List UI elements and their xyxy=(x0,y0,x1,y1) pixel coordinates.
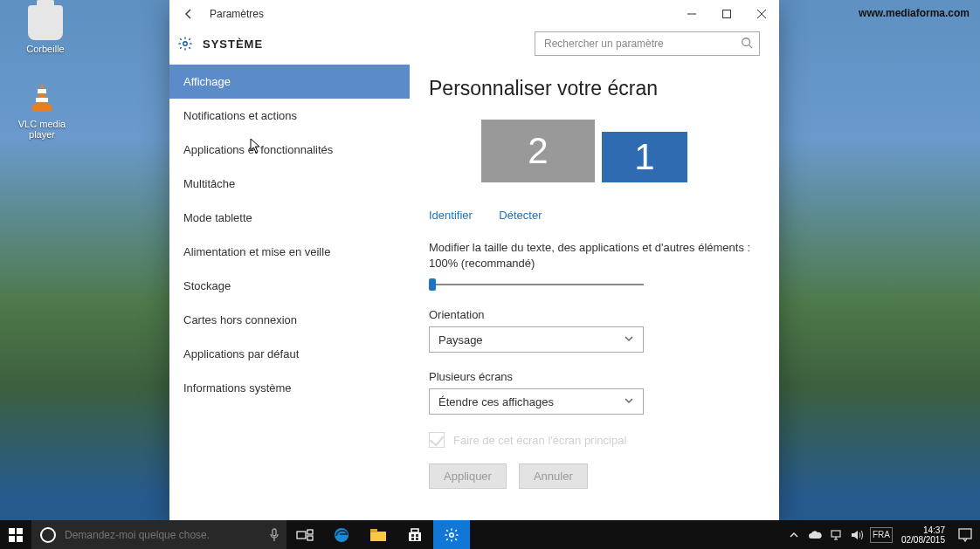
detect-link[interactable]: Détecter xyxy=(499,209,542,222)
taskbar: FRA 14:37 02/08/2015 xyxy=(0,520,980,549)
scale-label: Modifier la taille du texte, des applica… xyxy=(429,240,760,271)
orientation-select[interactable]: Paysage xyxy=(429,326,644,353)
taskbar-clock[interactable]: 14:37 02/08/2015 xyxy=(898,525,949,545)
monitor-1[interactable]: 1 xyxy=(602,132,687,182)
svg-rect-17 xyxy=(307,530,313,534)
store-button[interactable] xyxy=(397,520,433,549)
svg-rect-24 xyxy=(411,534,414,537)
svg-rect-2 xyxy=(38,89,46,93)
side-nav: AffichageNotifications et actionsApplica… xyxy=(169,61,410,520)
desktop-icon-recycle[interactable]: Corbeille xyxy=(16,5,75,54)
chevron-down-icon xyxy=(624,395,634,408)
search-wrap xyxy=(535,31,760,56)
cortana-search[interactable] xyxy=(31,520,286,549)
tray-onedrive-icon[interactable] xyxy=(807,527,823,543)
orientation-value: Paysage xyxy=(438,333,483,347)
tray-volume-icon[interactable] xyxy=(849,527,865,543)
vlc-icon xyxy=(24,80,59,115)
slider-thumb[interactable] xyxy=(429,278,436,291)
svg-point-9 xyxy=(742,38,750,46)
svg-rect-23 xyxy=(411,529,418,532)
checkbox xyxy=(429,432,445,448)
nav-item-informations-syst-me[interactable]: Informations système xyxy=(169,371,410,405)
cortana-icon xyxy=(40,527,56,543)
svg-point-28 xyxy=(450,532,454,537)
header-title: SYSTÈME xyxy=(203,38,263,51)
nav-item-multit-che[interactable]: Multitâche xyxy=(169,167,410,201)
edge-button[interactable] xyxy=(323,520,360,549)
cortana-input[interactable] xyxy=(65,529,262,541)
svg-rect-1 xyxy=(32,105,52,112)
close-button[interactable] xyxy=(744,0,779,28)
multi-label: Plusieurs écrans xyxy=(429,370,760,383)
nav-item-cartes-hors-connexion[interactable]: Cartes hors connexion xyxy=(169,303,410,337)
page-heading: Personnaliser votre écran xyxy=(429,77,760,100)
monitor-2[interactable]: 2 xyxy=(481,120,595,182)
tray-language-icon[interactable]: FRA xyxy=(870,527,893,543)
svg-rect-12 xyxy=(17,528,23,534)
svg-rect-32 xyxy=(959,529,971,539)
search-input[interactable] xyxy=(535,31,760,56)
svg-marker-0 xyxy=(36,82,48,106)
desktop-icon-label: VLC media player xyxy=(12,119,72,140)
identify-link[interactable]: Identifier xyxy=(429,209,473,222)
task-view-button[interactable] xyxy=(286,520,323,549)
minimize-button[interactable] xyxy=(674,0,709,28)
start-button[interactable] xyxy=(0,520,31,549)
svg-rect-27 xyxy=(416,538,418,540)
desktop-icon-label: Corbeille xyxy=(16,44,75,54)
gear-icon xyxy=(176,35,194,52)
tray-chevron-up-icon[interactable] xyxy=(786,527,802,543)
svg-line-10 xyxy=(749,45,753,49)
settings-taskbar-button[interactable] xyxy=(433,520,470,549)
main-screen-check-label: Faire de cet écran l'écran principal xyxy=(453,434,626,447)
nav-item-applications-et-fonctionnalit-s[interactable]: Applications et fonctionnalités xyxy=(169,133,410,167)
svg-rect-14 xyxy=(17,536,23,542)
nav-item-affichage[interactable]: Affichage xyxy=(169,65,410,99)
monitor-layout[interactable]: 2 1 xyxy=(481,120,760,182)
svg-rect-5 xyxy=(723,10,731,18)
apply-button: Appliquer xyxy=(429,463,507,489)
svg-rect-20 xyxy=(370,532,386,541)
svg-rect-11 xyxy=(9,528,15,534)
scale-slider[interactable] xyxy=(429,277,644,292)
header-bar: SYSTÈME xyxy=(169,28,779,59)
svg-rect-25 xyxy=(416,534,418,537)
svg-rect-22 xyxy=(409,532,421,541)
chevron-down-icon xyxy=(624,333,634,347)
content-pane: Personnaliser votre écran 2 1 Identifier… xyxy=(410,61,779,520)
svg-point-8 xyxy=(183,42,188,46)
svg-rect-21 xyxy=(370,529,377,532)
system-tray: FRA 14:37 02/08/2015 xyxy=(786,525,980,545)
nav-item-mode-tablette[interactable]: Mode tablette xyxy=(169,201,410,235)
window-title: Paramètres xyxy=(201,8,264,20)
desktop-icon-vlc[interactable]: VLC media player xyxy=(12,80,72,140)
explorer-button[interactable] xyxy=(360,520,397,549)
multi-select[interactable]: Étendre ces affichages xyxy=(429,388,644,415)
svg-rect-29 xyxy=(832,531,840,537)
multi-value: Étendre ces affichages xyxy=(438,395,554,408)
svg-rect-18 xyxy=(307,536,313,540)
orientation-label: Orientation xyxy=(429,308,760,321)
main-screen-checkbox-row: Faire de cet écran l'écran principal xyxy=(429,432,760,448)
nav-item-applications-par-d-faut[interactable]: Applications par défaut xyxy=(169,337,410,371)
cancel-button: Annuler xyxy=(519,463,588,489)
settings-window: Paramètres SYSTÈME AffichageNotification… xyxy=(169,0,779,520)
monitor-actions: Identifier Détecter xyxy=(429,207,760,223)
nav-item-stockage[interactable]: Stockage xyxy=(169,269,410,303)
svg-rect-13 xyxy=(9,536,15,542)
back-button[interactable] xyxy=(176,2,201,26)
maximize-button[interactable] xyxy=(709,0,744,28)
mic-icon[interactable] xyxy=(262,520,286,549)
search-icon xyxy=(741,37,753,52)
desktop: www.mediaforma.com Corbeille VLC media p… xyxy=(0,0,980,549)
nav-item-notifications-et-actions[interactable]: Notifications et actions xyxy=(169,99,410,133)
svg-rect-16 xyxy=(297,532,306,539)
taskbar-apps xyxy=(286,520,470,549)
clock-time: 14:37 xyxy=(923,525,945,535)
tray-network-icon[interactable] xyxy=(828,527,844,543)
recycle-bin-icon xyxy=(28,5,63,40)
titlebar: Paramètres xyxy=(169,0,779,28)
action-center-icon[interactable] xyxy=(957,527,973,543)
nav-item-alimentation-et-mise-en-veille[interactable]: Alimentation et mise en veille xyxy=(169,235,410,269)
